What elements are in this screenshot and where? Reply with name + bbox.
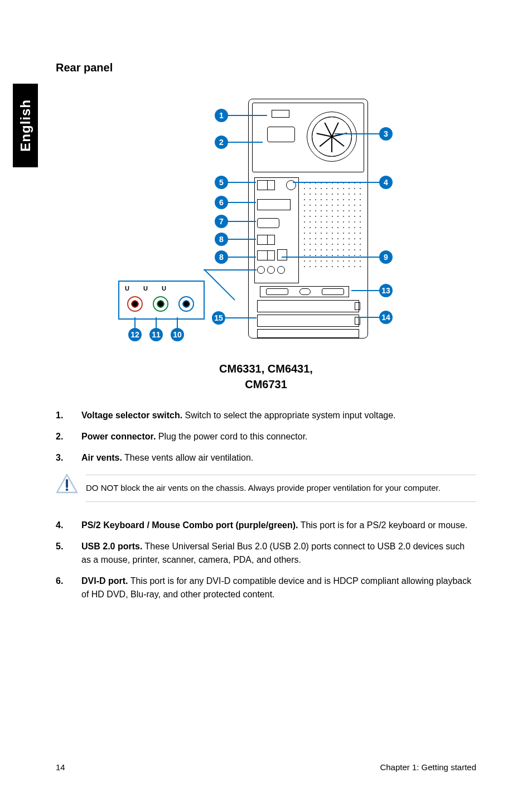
list-item: 6. DVI-D port. This port is for any DVI-…	[56, 574, 476, 601]
list-item: 3. Air vents. These vents allow air vent…	[56, 451, 476, 465]
list-desc: This port is for any DVI-D compatible de…	[81, 576, 471, 599]
list-num: 2.	[56, 430, 81, 443]
list-item: 2. Power connector. Plug the power cord …	[56, 430, 476, 443]
list-title: Air vents.	[81, 453, 122, 462]
callout-8a: 8	[215, 233, 228, 246]
inset-symbol: U	[125, 285, 129, 292]
language-tab: English	[13, 84, 38, 167]
list-num: 1.	[56, 409, 81, 422]
callout-3: 3	[379, 127, 393, 141]
expansion-slot-3	[257, 329, 359, 338]
list-desc: Switch to select the appropriate system …	[182, 410, 395, 420]
description-list-2: 4. PS/2 Keyboard / Mouse Combo port (pur…	[56, 519, 476, 601]
callout-4: 4	[379, 176, 393, 189]
audio-jack-linein	[178, 296, 194, 312]
callout-14: 14	[379, 311, 393, 324]
io-panel	[254, 177, 299, 283]
list-title: DVI-D port.	[81, 576, 128, 586]
usb-ports-mid	[257, 235, 275, 245]
usb-ports-bottom	[257, 250, 275, 260]
audio-jack-lineout	[153, 296, 168, 312]
expansion-slot-1	[257, 300, 359, 312]
tower-outline	[248, 99, 368, 339]
callout-1: 1	[215, 109, 228, 122]
list-title: Voltage selector switch.	[81, 410, 182, 420]
section-title: Rear panel	[56, 61, 476, 74]
list-num: 6.	[56, 574, 81, 601]
page-number: 14	[56, 762, 65, 772]
callout-7: 7	[215, 215, 228, 228]
callout-5: 5	[215, 176, 228, 189]
audio-jacks-row	[257, 266, 285, 274]
usb-ports-top	[257, 180, 275, 190]
rear-panel-figure: 1 2 5 6 7 8 8 15 3 4 9 13 14 U U	[56, 96, 476, 392]
list-num: 3.	[56, 451, 81, 465]
page-footer: 14 Chapter 1: Getting started	[56, 762, 476, 772]
warning-icon	[56, 474, 78, 496]
list-num: 5.	[56, 540, 81, 567]
voltage-selector	[272, 110, 289, 118]
callout-6: 6	[215, 196, 228, 209]
callout-12: 12	[128, 328, 142, 341]
vga-port	[257, 218, 279, 228]
list-item: 5. USB 2.0 ports. These Universal Serial…	[56, 540, 476, 567]
callout-13: 13	[379, 284, 393, 297]
inset-symbol: U	[162, 285, 166, 292]
list-desc: These vents allow air ventilation.	[122, 453, 253, 462]
lan-port	[277, 249, 287, 260]
warning-note: DO NOT block the air vents on the chassi…	[56, 475, 476, 502]
callout-10: 10	[171, 328, 184, 341]
svg-point-1	[66, 489, 68, 491]
callout-9: 9	[379, 250, 393, 264]
list-desc: This port is for a PS/2 keyboard or mous…	[298, 520, 467, 530]
list-title: Power connector.	[81, 432, 156, 441]
inset-symbol: U	[143, 285, 148, 292]
list-num: 4.	[56, 519, 81, 532]
expansion-slot-2	[257, 315, 359, 327]
chapter-label: Chapter 1: Getting started	[380, 762, 476, 772]
callout-11: 11	[149, 328, 163, 341]
list-title: PS/2 Keyboard / Mouse Combo port (purple…	[81, 520, 298, 530]
power-connector	[267, 127, 295, 142]
callout-15: 15	[212, 311, 225, 325]
vent-grid	[302, 180, 362, 269]
warning-text: DO NOT block the air vents on the chassi…	[86, 475, 476, 502]
page: English Rear panel	[0, 0, 532, 802]
list-item: 1. Voltage selector switch. Switch to se…	[56, 409, 476, 422]
list-item: 4. PS/2 Keyboard / Mouse Combo port (pur…	[56, 519, 476, 532]
language-tab-label: English	[18, 99, 33, 152]
audio-jack-mic	[127, 296, 143, 312]
graphics-card-slot	[260, 286, 349, 297]
callout-2: 2	[215, 136, 228, 149]
psu-area	[252, 103, 364, 172]
psu-fan	[307, 112, 357, 162]
figure-caption-line1: CM6331, CM6431,	[56, 361, 476, 376]
callout-8b: 8	[215, 250, 228, 264]
list-desc: Plug the power cord to this connector.	[156, 432, 307, 441]
figure-caption-line2: CM6731	[56, 376, 476, 392]
description-list-1: 1. Voltage selector switch. Switch to se…	[56, 409, 476, 465]
audio-ports-inset: U U U	[118, 281, 205, 320]
dvi-port	[257, 199, 291, 210]
list-title: USB 2.0 ports.	[81, 542, 142, 551]
